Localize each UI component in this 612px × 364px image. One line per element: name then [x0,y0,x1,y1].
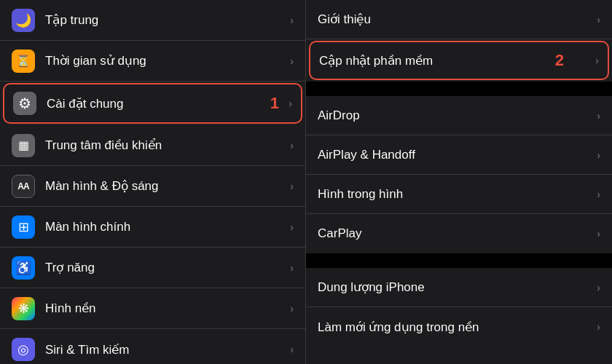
chevron-icon: › [290,344,294,355]
sidebar-item-cai-dat-chung[interactable]: ⚙ Cài đặt chung 1 › [3,83,302,124]
airdrop-label: AirDrop [318,108,597,123]
chevron-icon: › [290,262,294,274]
badge-number-1: 1 [270,94,279,113]
chevron-icon: › [597,14,600,25]
group-separator-2 [306,253,612,268]
sidebar-item-thoi-gian-su-dung[interactable]: ⏳ Thời gian sử dụng › [0,41,305,82]
left-panel: 🌙 Tập trung › ⏳ Thời gian sử dụng › ⚙ Cà… [0,0,306,364]
man-hinh-icon: AA [12,175,35,198]
thoi-gian-icon: ⏳ [12,50,35,73]
right-panel: Giới thiệu › Cập nhật phần mềm 2 › AirDr… [306,0,612,364]
tro-nang-icon: ♿ [12,256,35,280]
chevron-icon: › [597,149,600,161]
carplay-label: CarPlay [318,226,597,241]
sidebar-item-hinh-nen[interactable]: ❋ Hình nền › [0,288,305,329]
right-item-dung-luong[interactable]: Dung lượng iPhone › [306,268,612,307]
tro-nang-label: Trợ năng [45,260,290,275]
right-group-1: Giới thiệu › Cập nhật phần mềm 2 › [306,0,612,80]
airplay-label: AirPlay & Handoff [318,148,597,162]
left-settings-list: 🌙 Tập trung › ⏳ Thời gian sử dụng › ⚙ Cà… [0,0,305,364]
man-hinh-chinh-icon: ⊞ [12,215,35,239]
cai-dat-label: Cài đặt chung [47,96,289,111]
right-item-cap-nhat-phan-mem[interactable]: Cập nhật phần mềm 2 › [309,41,609,80]
group-separator-1 [306,82,612,96]
man-hinh-chinh-label: Màn hình chính [45,220,290,234]
lam-moi-label: Làm mới ứng dụng trong nền [318,320,597,335]
cai-dat-icon: ⚙ [13,92,36,115]
right-item-airdrop[interactable]: AirDrop › [306,96,612,135]
right-item-gioi-thieu[interactable]: Giới thiệu › [306,0,612,39]
right-item-hinh-trong-hinh[interactable]: Hình trong hình › [306,175,612,214]
cap-nhat-label: Cập nhật phần mềm [319,53,595,68]
right-group-3: Dung lượng iPhone › Làm mới ứng dụng tro… [306,268,612,347]
sidebar-item-trung-tam-dieu-khien[interactable]: ▦ Trung tâm điều khiển › [0,125,305,166]
chevron-icon: › [290,55,294,67]
siri-label: Siri & Tìm kiếm [45,342,290,357]
thoi-gian-label: Thời gian sử dụng [45,53,290,68]
chevron-icon: › [597,228,600,240]
sidebar-item-siri-tim-kiem[interactable]: ◎ Siri & Tìm kiếm › [0,329,305,364]
sidebar-item-man-hinh-do-sang[interactable]: AA Màn hình & Độ sáng › [0,166,305,207]
chevron-icon: › [597,321,600,333]
chevron-icon: › [597,189,600,200]
badge-number-2: 2 [555,51,564,70]
right-item-lam-moi-ung-dung[interactable]: Làm mới ứng dụng trong nền › [306,307,612,347]
hinh-trong-hinh-label: Hình trong hình [318,187,597,202]
chevron-icon: › [290,140,294,151]
right-item-carplay[interactable]: CarPlay › [306,214,612,253]
chevron-icon: › [289,98,292,109]
chevron-icon: › [595,55,599,66]
man-hinh-label: Màn hình & Độ sáng [45,178,290,194]
tap-trung-icon: 🌙 [12,9,35,32]
trung-tam-icon: ▦ [12,134,35,157]
tap-trung-label: Tập trung [45,12,290,28]
chevron-icon: › [290,221,294,233]
siri-icon: ◎ [12,338,35,361]
right-item-airplay-handoff[interactable]: AirPlay & Handoff › [306,135,612,175]
hinh-nen-icon: ❋ [12,297,35,320]
chevron-icon: › [290,181,294,192]
chevron-icon: › [290,15,294,26]
trung-tam-label: Trung tâm điều khiển [45,138,290,153]
right-group-2: AirDrop › AirPlay & Handoff › Hình trong… [306,96,612,253]
sidebar-item-tap-trung[interactable]: 🌙 Tập trung › [0,0,305,41]
gioi-thieu-label: Giới thiệu [318,12,597,27]
chevron-icon: › [597,110,600,122]
hinh-nen-label: Hình nền [45,301,290,316]
chevron-icon: › [597,282,600,293]
sidebar-item-man-hinh-chinh[interactable]: ⊞ Màn hình chính › [0,207,305,248]
chevron-icon: › [290,303,294,314]
dung-luong-label: Dung lượng iPhone [318,280,597,295]
sidebar-item-tro-nang[interactable]: ♿ Trợ năng › [0,248,305,288]
